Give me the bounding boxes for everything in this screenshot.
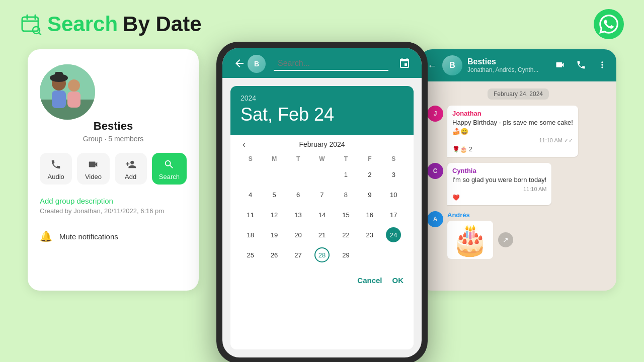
- calendar-day[interactable]: 14: [310, 205, 334, 225]
- audio-label: Audio: [48, 173, 64, 180]
- day-header: F: [358, 153, 381, 164]
- calendar-day[interactable]: 7: [310, 185, 334, 205]
- calendar-day[interactable]: 18: [238, 225, 262, 245]
- chat-members-list: Jonathan, Andrés, Cynth...: [467, 66, 548, 73]
- calendar-header: 2024 Sat, Feb 24: [230, 86, 414, 135]
- calendar-day[interactable]: 1: [334, 164, 358, 185]
- calendar-day[interactable]: 28: [310, 245, 334, 265]
- search-input[interactable]: [274, 57, 388, 71]
- title-search: Search: [47, 12, 118, 36]
- day-header: T: [334, 153, 358, 164]
- date-divider: February 24, 2024: [427, 88, 609, 100]
- calendar-grid: SMTWTFS 12345678910111213141516171819202…: [238, 153, 406, 265]
- calendar-day: [286, 164, 310, 185]
- calendar-day[interactable]: 21: [310, 225, 334, 245]
- day-header: T: [286, 153, 310, 164]
- back-button[interactable]: [231, 55, 248, 73]
- page-title: Search By Date: [20, 12, 202, 36]
- add-member-button[interactable]: Add: [115, 153, 147, 185]
- bell-icon: 🔔: [40, 230, 52, 242]
- phone-screen: B 2024 Sat, Feb 24 ‹ Februar: [222, 48, 422, 357]
- calendar-day[interactable]: 22: [334, 225, 358, 245]
- add-description-link[interactable]: Add group description: [40, 197, 187, 205]
- date-pill: February 24, 2024: [488, 88, 549, 100]
- chat-header: ← B Besties Jonathan, Andrés, Cynth...: [420, 49, 616, 81]
- cal-year: 2024: [240, 94, 404, 102]
- calendar-day[interactable]: 4: [238, 185, 262, 205]
- phone-modal: B 2024 Sat, Feb 24 ‹ Februar: [216, 42, 428, 362]
- calendar-day[interactable]: 27: [286, 245, 310, 265]
- calendar-day[interactable]: 12: [262, 205, 286, 225]
- page-header: Search By Date: [0, 0, 644, 44]
- calendar-day[interactable]: 17: [382, 205, 406, 225]
- calendar-day[interactable]: 26: [262, 245, 286, 265]
- calendar-day[interactable]: 10: [382, 185, 406, 205]
- cake-emoji: 🎂: [451, 225, 489, 255]
- calendar-day: [382, 245, 406, 265]
- action-buttons-row: Audio Video Add Search: [40, 153, 187, 185]
- month-navigation: ‹ February 2024: [238, 140, 406, 148]
- calendar-day[interactable]: 5: [262, 185, 286, 205]
- calendar-day: [358, 245, 381, 265]
- calendar-day[interactable]: 15: [334, 205, 358, 225]
- search-label: Search: [159, 173, 180, 180]
- calendar-picker: 2024 Sat, Feb 24 ‹ February 2024 SMTWTFS: [230, 86, 414, 349]
- month-label: February 2024: [299, 140, 345, 148]
- calendar-day[interactable]: 11: [238, 205, 262, 225]
- group-name: Besties: [40, 120, 187, 133]
- jonathan-sender: Jonathan: [452, 110, 573, 117]
- back-arrow[interactable]: ←: [427, 60, 437, 71]
- calendar-day[interactable]: 3: [382, 164, 406, 185]
- day-header: S: [238, 153, 262, 164]
- video-call-button[interactable]: [553, 58, 567, 73]
- calendar-day[interactable]: 8: [334, 185, 358, 205]
- andres-sender: Andrés: [447, 211, 513, 219]
- day-header: M: [262, 153, 286, 164]
- jonathan-text: Happy Birthday - pls save me some cake! …: [452, 118, 573, 136]
- calendar-day[interactable]: 23: [358, 225, 381, 245]
- calendar-body: ‹ February 2024 SMTWTFS 1234567891011121…: [230, 135, 414, 270]
- group-avatar: [40, 64, 95, 120]
- andres-avatar: A: [427, 211, 443, 227]
- main-content: Besties Group · 5 members Audio Video Ad…: [0, 44, 644, 351]
- forward-button[interactable]: ↗: [498, 232, 513, 247]
- jonathan-time: 11:10 AM ✓✓: [452, 137, 573, 144]
- chat-panel: ← B Besties Jonathan, Andrés, Cynth...: [420, 49, 616, 291]
- video-button[interactable]: Video: [77, 153, 109, 185]
- search-button[interactable]: Search: [152, 153, 187, 185]
- chat-small-avatar: B: [248, 55, 266, 73]
- calendar-day: [262, 164, 286, 185]
- video-label: Video: [85, 173, 102, 180]
- chat-info: Besties Jonathan, Andrés, Cynth...: [467, 57, 548, 73]
- whatsapp-logo: [594, 9, 624, 39]
- svg-rect-14: [67, 92, 80, 108]
- group-subtitle: Group · 5 members: [40, 135, 187, 143]
- calendar-day[interactable]: 2: [358, 164, 381, 185]
- calendar-day[interactable]: 19: [262, 225, 286, 245]
- calendar-day[interactable]: 6: [286, 185, 310, 205]
- cynthia-time: 11:10 AM: [452, 186, 546, 192]
- calendar-search-button[interactable]: [396, 55, 413, 73]
- chat-messages: February 24, 2024 J Jonathan Happy Birth…: [420, 81, 616, 291]
- cynthia-avatar: C: [427, 163, 443, 179]
- audio-button[interactable]: Audio: [40, 153, 72, 185]
- svg-rect-12: [55, 72, 63, 79]
- calendar-day[interactable]: 20: [286, 225, 310, 245]
- calendar-day[interactable]: 13: [286, 205, 310, 225]
- calendar-day[interactable]: 24: [382, 225, 406, 245]
- add-label: Add: [125, 173, 136, 180]
- phone-shell: B 2024 Sat, Feb 24 ‹ Februar: [216, 42, 428, 362]
- mute-notifications-row[interactable]: 🔔 Mute notifications: [40, 230, 187, 242]
- calendar-day[interactable]: 29: [334, 245, 358, 265]
- chat-action-icons: [553, 58, 609, 73]
- more-options-button[interactable]: [595, 58, 609, 73]
- calendar-day[interactable]: 25: [238, 245, 262, 265]
- svg-line-5: [39, 33, 41, 35]
- jonathan-reactions: 🌹🎂 2: [452, 146, 573, 153]
- ok-button[interactable]: OK: [392, 276, 404, 285]
- cancel-button[interactable]: Cancel: [357, 276, 382, 285]
- calendar-day[interactable]: 9: [358, 185, 381, 205]
- calendar-day[interactable]: 16: [358, 205, 381, 225]
- prev-month-button[interactable]: ‹: [238, 137, 250, 152]
- voice-call-button[interactable]: [574, 58, 588, 73]
